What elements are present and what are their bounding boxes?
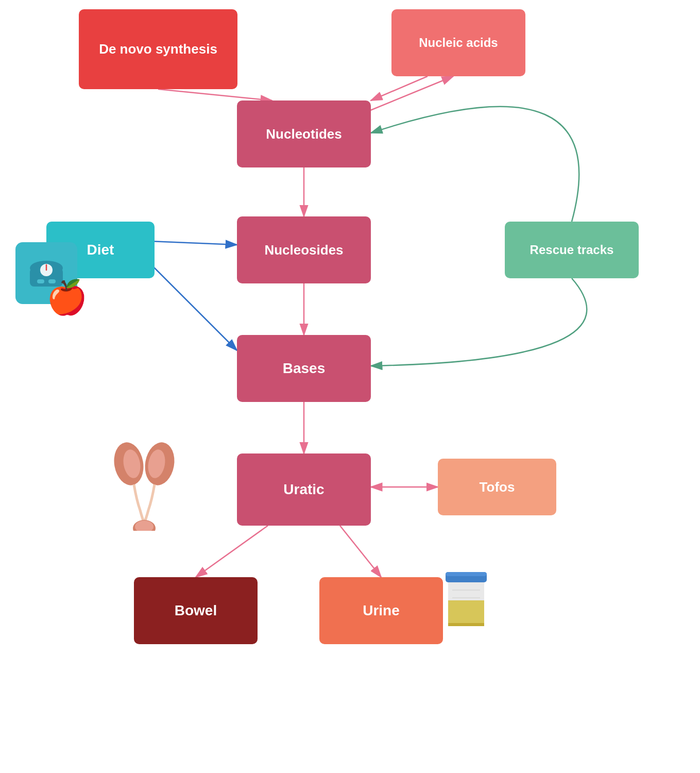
bowel-node: Bowel bbox=[134, 577, 258, 644]
uratic-node: Uratic bbox=[237, 453, 371, 526]
nucleotides-node: Nucleotides bbox=[237, 100, 371, 167]
tofos-node: Tofos bbox=[438, 459, 556, 515]
svg-rect-29 bbox=[448, 623, 484, 626]
de-novo-node: De novo synthesis bbox=[79, 9, 237, 89]
kidney-svg bbox=[103, 428, 185, 531]
svg-rect-31 bbox=[446, 572, 487, 576]
svg-line-4 bbox=[158, 89, 272, 100]
urine-node: Urine bbox=[319, 577, 443, 644]
svg-line-9 bbox=[196, 526, 268, 577]
bases-node: Bases bbox=[237, 335, 371, 402]
svg-line-11 bbox=[149, 241, 237, 245]
svg-line-5 bbox=[371, 76, 428, 100]
nucleic-acids-node: Nucleic acids bbox=[391, 9, 525, 76]
urine-cup-svg bbox=[443, 567, 489, 634]
urine-cup-icon bbox=[443, 567, 489, 642]
nucleosides-node: Nucleosides bbox=[237, 216, 371, 283]
svg-line-12 bbox=[149, 263, 237, 350]
rescue-tracks-node: Rescue tracks bbox=[505, 222, 639, 278]
diagram-container: De novo synthesis Nucleic acids Nucleoti… bbox=[0, 0, 700, 773]
svg-line-10 bbox=[340, 526, 381, 577]
svg-rect-19 bbox=[37, 279, 44, 283]
kidney-icon bbox=[103, 428, 185, 542]
apple-icon: 🍎 bbox=[46, 278, 88, 317]
svg-rect-28 bbox=[448, 600, 484, 626]
